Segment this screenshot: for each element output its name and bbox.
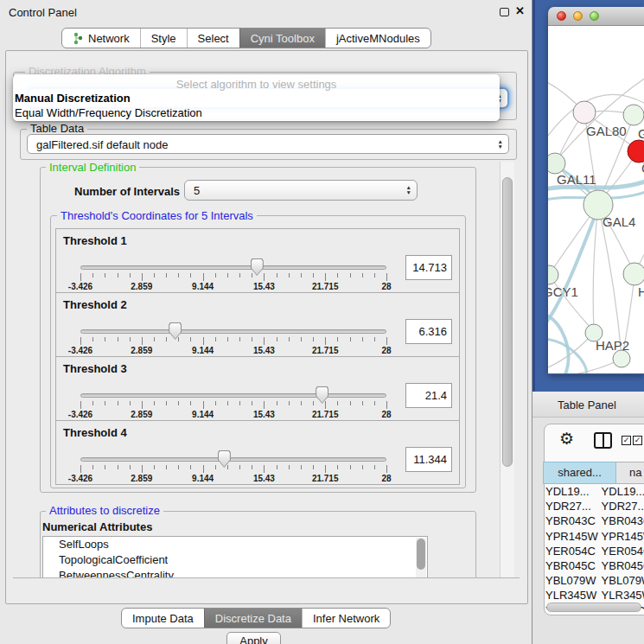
thresholds-group-title: Threshold's Coordinates for 5 Intervals [57,210,257,221]
threshold-1-slider-tick-labels: -3.4262.8599.14415.4321.71528 [80,282,388,291]
threshold-3-slider-tick-labels: -3.4262.8599.14415.4321.71528 [80,410,388,419]
combo-arrows-icon: ▲▼ [406,185,411,195]
table-row[interactable]: YER054CYER054C [543,544,644,558]
tab-discretize-data[interactable]: Discretize Data [204,609,302,628]
table-horizontal-scrollbar[interactable] [546,603,641,612]
threshold-2-slider-track[interactable] [80,329,386,334]
cyni-toolbox-panel: Discretization Algorithm ▲▼ Select algor… [5,50,528,604]
attribute-list-item[interactable]: BetweennessCentrality [43,568,427,578]
combo-arrows-icon: ▲▼ [498,139,503,150]
tab-jactivemnodules[interactable]: jActiveMNodules [325,29,430,48]
control-panel-window: Control Panel ✕ Network Style Select Cyn… [0,0,532,644]
number-of-intervals-label: Number of Intervals [74,185,180,198]
threshold-4-slider-ticks [80,465,388,474]
algorithm-dropdown-popup: Select algorithm to view settings Manual… [13,74,500,121]
table-data-group-title: Table Data [27,123,87,134]
network-canvas[interactable]: GAL80GACGAL11GAL4GCY1HHAP2 [548,26,644,373]
threshold-4-value-field[interactable] [405,447,452,472]
threshold-3-panel: Threshold 3 -3.4262.8599.14415.4321.7152… [55,356,460,421]
close-traffic-light-icon[interactable] [557,11,566,21]
dropdown-option-manual-discretization[interactable]: Manual Discretization [13,91,500,105]
settings-vertical-scrollbar[interactable] [500,162,514,578]
network-view-window[interactable]: GAL80GACGAL11GAL4GCY1HHAP2 [548,7,644,374]
threshold-1-slider-track[interactable] [80,265,386,270]
column-header-shared-name[interactable]: shared... [543,462,616,484]
table-row[interactable]: YBR045CYBR045C [543,558,644,573]
network-edge [593,205,598,330]
number-of-intervals-select[interactable]: 5 ▲▼ [184,180,418,201]
close-icon[interactable]: ✕ [515,4,525,17]
dropdown-option-equal-width-frequency[interactable]: Equal Width/Frequency Discretization [13,105,500,120]
tab-style[interactable]: Style [140,29,187,48]
network-node-label: GAL4 [603,214,635,229]
table-row[interactable]: YLR345WYLR345W [543,588,644,603]
table-data-selected-value: galFiltered.sif default node [36,137,168,150]
table-data-select[interactable]: galFiltered.sif default node ▲▼ [27,134,509,154]
checkbox-icon[interactable]: ✓ [633,436,642,445]
threshold-2-label: Threshold 2 [63,298,127,311]
dropdown-prompt: Select algorithm to view settings [13,74,500,91]
network-node-label: HAP2 [596,338,629,353]
tab-impute-data[interactable]: Impute Data [122,609,204,628]
table-row[interactable]: YBR043CYBR043C [543,513,644,528]
tab-cyni-toolbox[interactable]: Cyni Toolbox [239,29,325,48]
network-node-label: GAL11 [557,172,596,187]
threshold-3-value-field[interactable] [405,383,452,408]
tab-select[interactable]: Select [187,29,239,48]
threshold-4-slider-track[interactable] [80,457,386,462]
tab-network[interactable]: Network [62,29,140,48]
column-header-name[interactable]: na [616,462,644,484]
settings-scroll-area: Interval Definition Number of Intervals … [13,162,520,578]
attribute-list-item[interactable]: TopologicalCoefficient [43,552,427,568]
zoom-traffic-light-icon[interactable] [590,11,599,21]
table-panel-title: Table Panel [558,399,616,411]
network-node[interactable] [623,105,644,125]
attributes-group-title: Attributes to discretize [46,505,163,516]
checkbox-icon[interactable]: ✓ [622,436,631,445]
threshold-4-slider-tick-labels: -3.4262.8599.14415.4321.71528 [80,474,388,483]
interval-definition-group-title: Interval Definition [46,162,139,173]
network-node[interactable] [548,153,565,174]
threshold-4-label: Threshold 4 [63,426,127,439]
network-node-label: GA [638,126,644,141]
threshold-3-slider-track[interactable] [80,393,386,398]
table-row[interactable]: YBL079WYBL079W [543,573,644,588]
control-panel-tabs: Network Style Select Cyni Toolbox jActiv… [61,28,431,48]
network-node-label: H [638,284,644,299]
columns-icon[interactable] [594,432,612,449]
table-row[interactable]: YPR145WYPR145W [543,529,644,544]
cyni-mode-tabs: Impute Data Discretize Data Infer Networ… [121,608,391,628]
threshold-1-panel: Threshold 1 -3.4262.8599.14415.4321.7152… [55,228,460,293]
network-node[interactable] [548,265,558,284]
network-node[interactable] [628,140,644,163]
network-node[interactable] [623,263,644,285]
gear-icon[interactable]: ⚙ [559,429,574,449]
control-panel-titlebar: Control Panel ✕ [0,0,532,24]
table-row[interactable]: YDL19...YDL19... [543,484,644,499]
tab-network-label: Network [88,32,130,45]
number-of-intervals-value: 5 [194,184,200,197]
threshold-2-panel: Threshold 2 -3.4262.8599.14415.4321.7152… [55,292,460,357]
minimize-traffic-light-icon[interactable] [573,11,583,21]
float-window-icon[interactable] [500,8,509,16]
tab-infer-network[interactable]: Infer Network [302,609,390,628]
table-panel-header: Table Panel [532,392,644,418]
network-node-label: GAL80 [586,124,627,138]
attribute-list-item[interactable]: SelfLoops [43,537,427,552]
network-node[interactable] [573,101,596,124]
numerical-attributes-label: Numerical Attributes [42,520,152,533]
threshold-2-slider-tick-labels: -3.4262.8599.14415.4321.71528 [80,346,388,355]
network-node[interactable] [613,350,630,367]
network-icon [73,32,84,45]
attributes-list-scrollbar[interactable] [416,538,426,578]
network-window-titlebar [548,7,644,26]
network-node-label: GCY1 [548,284,578,299]
threshold-2-value-field[interactable] [405,319,452,344]
threshold-2-slider-ticks [80,337,388,346]
table-row[interactable]: YDR27...YDR27... [543,499,644,513]
apply-button[interactable]: Apply [226,632,281,644]
window-title: Control Panel [9,6,77,19]
numerical-attributes-list[interactable]: SelfLoopsTopologicalCoefficientBetweenne… [42,536,428,578]
scrollbar-thumb[interactable] [502,177,513,467]
threshold-1-value-field[interactable] [405,255,452,280]
